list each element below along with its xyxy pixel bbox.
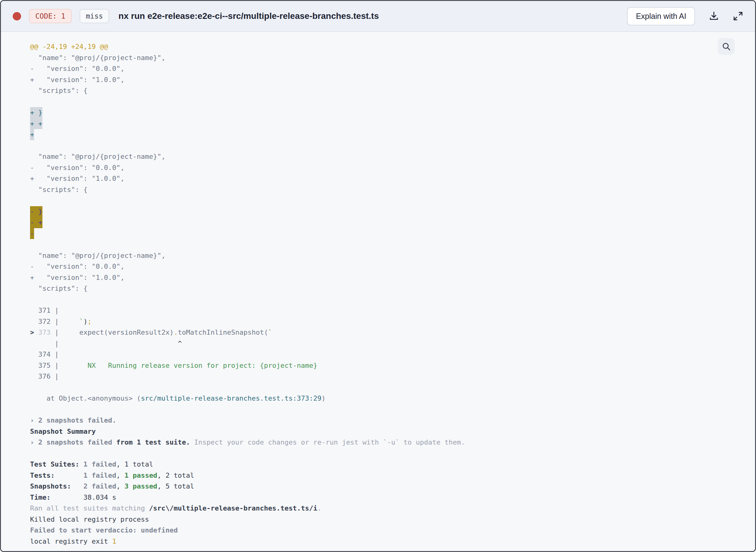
log-viewer-window: CODE: 1 miss nx run e2e-release:e2e-ci--… <box>0 0 756 552</box>
terminal-line <box>30 96 755 108</box>
header-bar: CODE: 1 miss nx run e2e-release:e2e-ci--… <box>1 1 755 32</box>
terminal-line <box>30 239 755 250</box>
terminal-line <box>30 404 755 415</box>
terminal-line: | ^ <box>30 338 755 349</box>
terminal-line: Snapshots: 2 failed, 3 passed, 5 total <box>30 481 755 492</box>
terminal-line: + "version": "1.0.0", <box>30 272 755 283</box>
terminal-line <box>30 448 755 459</box>
cache-miss-badge: miss <box>80 9 109 23</box>
terminal-line: Test Suites: 1 failed, 1 total <box>30 459 755 470</box>
download-icon <box>709 11 719 21</box>
terminal-line: "name": "@proj/{project-name}", <box>30 151 755 162</box>
terminal-line: - "version": "0.0.0", <box>30 63 755 74</box>
terminal-line: › 2 snapshots failed from 1 test suite. … <box>30 437 755 448</box>
terminal-line: 374 | <box>30 349 755 360</box>
terminal-line: > 373 | expect(versionResult2x).toMatchI… <box>30 327 755 338</box>
terminal-line <box>30 195 755 206</box>
terminal-line: 372 | `); <box>30 316 755 327</box>
terminal-line: + } <box>30 107 755 118</box>
log-content-panel: @@ -24,19 +24,19 @@ "name": "@proj/{proj… <box>1 32 755 551</box>
terminal-line <box>30 140 755 151</box>
status-dot <box>13 12 21 20</box>
terminal-line: + + <box>30 118 755 129</box>
terminal-line: + "version": "1.0.0", <box>30 74 755 86</box>
terminal-line: Failed to start verdaccio: undefined <box>30 525 755 536</box>
terminal-line: "scripts": { <box>30 184 755 195</box>
terminal-line: 371 | <box>30 305 755 316</box>
terminal-line: - } <box>30 206 755 217</box>
explain-with-ai-button[interactable]: Explain with AI <box>627 7 695 25</box>
exit-code-badge: CODE: 1 <box>29 9 72 23</box>
terminal-line: Time: 38.034 s <box>30 492 755 503</box>
terminal-line: 376 | <box>30 371 755 382</box>
terminal-line: + "version": "1.0.0", <box>30 173 755 184</box>
fullscreen-button[interactable] <box>733 11 743 21</box>
download-button[interactable] <box>709 11 719 21</box>
terminal-line: › 2 snapshots failed. <box>30 415 755 426</box>
task-title: nx run e2e-release:e2e-ci--src/multiple-… <box>118 11 619 21</box>
terminal-line: - "version": "0.0.0", <box>30 261 755 272</box>
terminal-line: Killed local registry process <box>30 514 755 525</box>
terminal-line: @@ -24,19 +24,19 @@ <box>30 41 755 52</box>
terminal-line: - + <box>30 217 755 228</box>
terminal-line: - "version": "0.0.0", <box>30 162 755 173</box>
terminal-line <box>30 382 755 393</box>
terminal-line: - <box>30 228 755 239</box>
header-actions: Explain with AI <box>627 7 743 25</box>
expand-icon <box>733 11 743 21</box>
terminal-line: Tests: 1 failed, 1 passed, 2 total <box>30 470 755 481</box>
terminal-line: "scripts": { <box>30 283 755 294</box>
terminal-output: @@ -24,19 +24,19 @@ "name": "@proj/{proj… <box>1 32 755 551</box>
search-icon <box>722 42 731 51</box>
terminal-line: "name": "@proj/{project-name}", <box>30 52 755 63</box>
terminal-line: "scripts": { <box>30 85 755 96</box>
terminal-line <box>30 294 755 305</box>
terminal-line: Snapshot Summary <box>30 426 755 437</box>
terminal-line: + <box>30 129 755 140</box>
terminal-line: Ran all test suites matching /src\/multi… <box>30 503 755 514</box>
terminal-line: "name": "@proj/{project-name}", <box>30 250 755 261</box>
terminal-line: local registry exit 1 <box>30 536 755 547</box>
terminal-line: 375 | NX Running release version for pro… <box>30 360 755 371</box>
search-button[interactable] <box>718 38 735 55</box>
terminal-line: at Object.<anonymous> (src/multiple-rele… <box>30 393 755 404</box>
